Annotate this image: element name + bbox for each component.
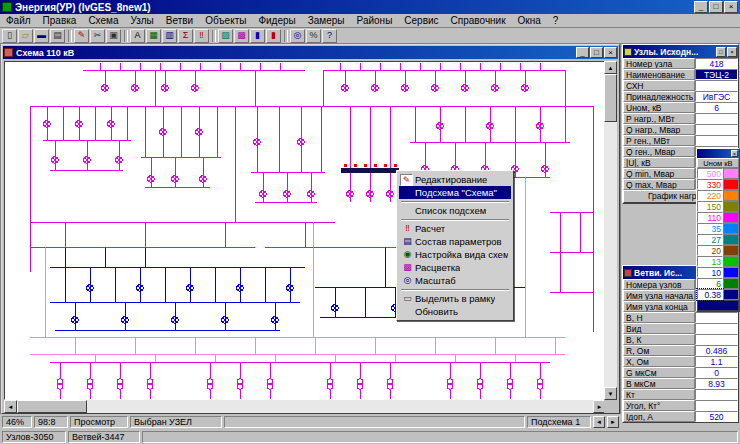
menu-bar-item[interactable]: Схема <box>82 14 124 27</box>
nodes-panel-maximize-button[interactable]: □ <box>716 47 726 57</box>
param-value[interactable]: ИвГЭС <box>695 91 738 102</box>
context-item-frame-select[interactable]: ▭ Выделить в рамку <box>399 292 511 305</box>
legend-row[interactable]: 330 <box>697 179 739 190</box>
context-item-params[interactable]: ▤ Состав параметров <box>399 235 511 248</box>
legend-row[interactable]: 0.38 <box>697 289 739 300</box>
menu-bar-item[interactable]: Справочник <box>445 14 512 27</box>
copy-button[interactable]: ▣ <box>106 29 121 43</box>
param-value[interactable] <box>695 80 738 91</box>
context-item-edit[interactable]: ✎ Редактирование <box>399 173 511 186</box>
status-scroll-right-button[interactable]: ► <box>607 416 619 428</box>
menu-bar-item[interactable]: Фидеры <box>252 14 301 27</box>
param-value[interactable]: 520 <box>695 411 738 422</box>
param-value[interactable] <box>695 389 738 400</box>
toolbar-separator[interactable] <box>284 30 288 42</box>
toolbar-separator[interactable] <box>68 30 72 42</box>
param-value[interactable] <box>695 135 738 146</box>
schema-close-button[interactable]: × <box>604 47 617 58</box>
legend-titlebar[interactable]: × <box>697 149 739 158</box>
context-item-calc[interactable]: ‼ Расчет <box>399 222 511 235</box>
menu-bar-item[interactable]: Окна <box>512 14 547 27</box>
param-value[interactable] <box>695 312 738 323</box>
context-item-refresh[interactable]: Обновить <box>399 305 511 318</box>
vertical-scroll-thumb[interactable] <box>604 74 617 122</box>
legend-row[interactable]: 13 <box>697 256 739 267</box>
legend-row[interactable]: 35 <box>697 223 739 234</box>
app-titlebar[interactable]: Энергия(УР) (IvGES_8new1) _ □ × <box>0 0 740 14</box>
edit-button[interactable]: ✎ <box>74 29 89 43</box>
help-button[interactable]: ? <box>322 29 337 43</box>
open-button[interactable]: ▱ <box>18 29 33 43</box>
param-value[interactable] <box>695 323 738 334</box>
legend-close-button[interactable]: × <box>731 150 738 157</box>
vertical-scroll-track[interactable] <box>604 122 617 387</box>
menu-bar-item[interactable]: Объекты <box>199 14 252 27</box>
horizontal-scrollbar[interactable]: ◄ ► <box>4 400 606 413</box>
zoom-button[interactable]: ◎ <box>290 29 305 43</box>
params-button[interactable]: ▥ <box>162 29 177 43</box>
cut-button[interactable]: ✂ <box>90 29 105 43</box>
flag-red-button[interactable]: ▮ <box>266 29 281 43</box>
app-minimize-button[interactable]: _ <box>694 1 708 13</box>
horizontal-scroll-thumb[interactable] <box>17 400 87 413</box>
print-button[interactable]: ▤ <box>50 29 65 43</box>
param-value[interactable] <box>695 124 738 135</box>
horizontal-scroll-track[interactable] <box>87 400 593 413</box>
legend-row[interactable]: 6 <box>697 278 739 289</box>
context-item-coloring[interactable]: ▩ Расцветка <box>399 261 511 274</box>
menu-bar-item[interactable]: Узлы <box>124 14 159 27</box>
app-maximize-button[interactable]: □ <box>709 1 723 13</box>
legend-row[interactable]: 110 <box>697 212 739 223</box>
param-value[interactable]: 0.486 <box>695 345 738 356</box>
context-item-subschema[interactable]: Подсхема "Схема" <box>399 186 511 199</box>
schema-maximize-button[interactable]: □ <box>590 47 603 58</box>
nodes-panel-close-button[interactable]: × <box>727 47 737 57</box>
schema-minimize-button[interactable]: _ <box>576 47 589 58</box>
legend-row[interactable]: 150 <box>697 201 739 212</box>
map-button[interactable]: ▨ <box>218 29 233 43</box>
param-value[interactable]: ТЭЦ-2 <box>695 69 738 80</box>
toolbar-separator[interactable] <box>212 30 216 42</box>
legend-row[interactable]: 500 <box>697 168 739 179</box>
status-scroll-left-button[interactable]: ◄ <box>593 416 605 428</box>
app-close-button[interactable]: × <box>724 1 738 13</box>
param-value[interactable]: 8.93 <box>695 378 738 389</box>
legend-row[interactable]: 20 <box>697 245 739 256</box>
alert-button[interactable]: ‼ <box>194 29 209 43</box>
flag-blue-button[interactable]: ▮ <box>250 29 265 43</box>
param-value[interactable]: 418 <box>695 58 738 69</box>
scroll-left-button[interactable]: ◄ <box>4 400 17 413</box>
menu-bar-item[interactable]: Районы <box>351 14 399 27</box>
legend-row[interactable]: 27 <box>697 234 739 245</box>
table-button[interactable]: ▦ <box>146 29 161 43</box>
param-value[interactable]: 0 <box>695 367 738 378</box>
param-value[interactable] <box>695 334 738 345</box>
toolbar-separator[interactable] <box>124 30 128 42</box>
menu-bar-item[interactable]: ? <box>547 14 565 27</box>
menu-bar-item[interactable]: Ветви <box>160 14 199 27</box>
context-item-scale[interactable]: ◎ Масштаб <box>399 274 511 287</box>
vertical-scrollbar[interactable]: ▲ ▼ <box>604 61 617 400</box>
save-button[interactable]: ▬ <box>34 29 49 43</box>
param-value[interactable] <box>695 113 738 124</box>
scroll-up-button[interactable]: ▲ <box>604 61 617 74</box>
percent-button[interactable]: % <box>306 29 321 43</box>
legend-row[interactable]: 10 <box>697 267 739 278</box>
menu-bar-item[interactable]: Правка <box>37 14 83 27</box>
nodes-panel-titlebar[interactable]: Узлы. Исходн... □ × <box>623 45 738 58</box>
context-item-view-setup[interactable]: ◉ Настройка вида схемы <box>399 248 511 261</box>
calc-button[interactable]: Σ <box>178 29 193 43</box>
font-button[interactable]: А <box>130 29 145 43</box>
scroll-down-button[interactable]: ▼ <box>604 387 617 400</box>
palette-button[interactable]: ▩ <box>234 29 249 43</box>
param-value[interactable] <box>695 400 738 411</box>
menu-bar-item[interactable]: Файл <box>0 14 37 27</box>
param-value[interactable]: 1.1 <box>695 356 738 367</box>
legend-row[interactable]: 220 <box>697 190 739 201</box>
context-item-subschema-list[interactable]: Список подсхем <box>399 204 511 217</box>
param-value[interactable]: 6 <box>695 102 738 113</box>
new-button[interactable]: ▯ <box>2 29 17 43</box>
schematic-canvas[interactable]: ✎ Редактирование Подсхема "Схема" <box>4 61 606 400</box>
menu-bar-item[interactable]: Замеры <box>302 14 351 27</box>
schema-titlebar[interactable]: Схема 110 кВ _ □ × <box>3 46 618 59</box>
